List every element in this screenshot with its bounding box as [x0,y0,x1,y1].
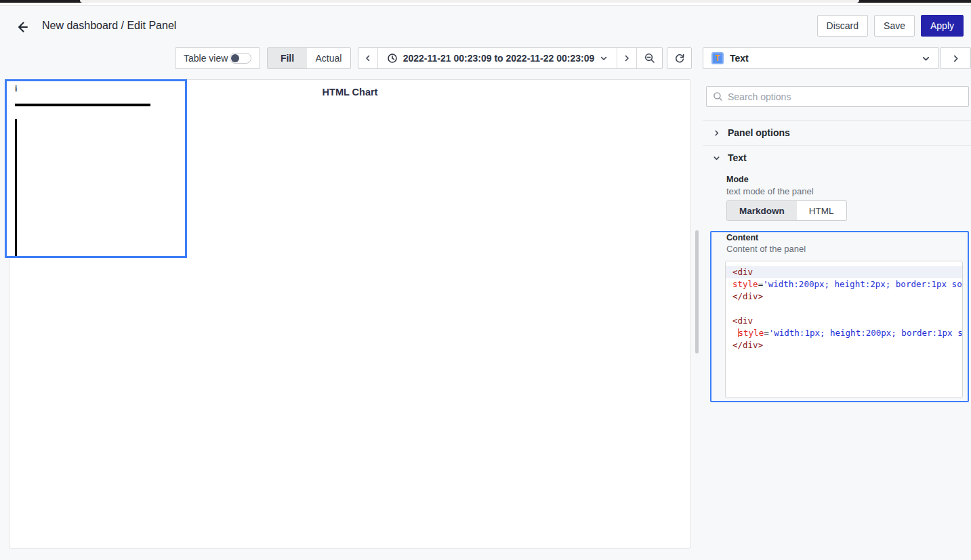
content-code-editor[interactable]: <divstyle='width:200px; height:2px; bord… [725,261,963,398]
content-description: Content of the panel [726,244,806,254]
zoom-out-icon [644,53,655,64]
discard-button[interactable]: Discard [817,15,868,37]
save-button[interactable]: Save [874,15,915,37]
visualization-picker[interactable]: T Text [703,47,939,69]
mode-description: text mode of the panel [726,186,814,196]
chevron-right-icon [713,129,720,137]
mode-html-option[interactable]: HTML [797,201,846,220]
angle-right-icon [951,54,960,63]
time-shift-back-button[interactable] [358,48,378,68]
edit-panel-header: New dashboard / Edit Panel Discard Save … [0,7,971,45]
time-shift-forward-button[interactable] [617,48,637,68]
table-view-label: Table view [184,53,228,64]
clock-icon [387,53,398,64]
fill-option[interactable]: Fill [268,48,307,68]
actual-option[interactable]: Actual [307,48,350,68]
time-zoom-out-button[interactable] [637,48,662,68]
content-label: Content [726,233,758,242]
time-range-text: 2022-11-21 00:23:09 to 2022-11-22 00:23:… [403,53,595,64]
text-panel-icon: T [711,52,724,64]
rendered-horizontal-line [15,104,150,106]
refresh-button[interactable] [667,47,692,69]
toggle-knob [231,54,239,62]
options-search [706,86,969,107]
chevron-down-icon [600,54,608,62]
table-view-toggle[interactable] [230,53,251,64]
text-mode-group: Markdown HTML [726,200,847,221]
mode-markdown-option[interactable]: Markdown [727,201,797,220]
vertical-scrollbar-thumb[interactable] [695,230,699,353]
arrow-left-icon [14,20,29,35]
mode-label: Mode [726,175,749,184]
refresh-icon [674,53,685,64]
visualization-name: Text [730,53,922,64]
display-mode-group: Fill Actual [267,47,351,69]
selected-text-panel[interactable]: i [5,79,187,258]
collapse-options-pane-button[interactable] [940,47,971,69]
time-range-picker[interactable]: 2022-11-21 00:23:09 to 2022-11-22 00:23:… [378,48,617,68]
code-editor-lines: <divstyle='width:200px; height:2px; bord… [726,266,962,351]
angle-right-icon [623,54,631,62]
chevron-down-icon [713,154,720,162]
panel-options-section-header[interactable]: Panel options [703,121,971,145]
time-range-controls: 2022-11-21 00:23:09 to 2022-11-22 00:23:… [358,47,663,69]
search-icon [713,91,723,102]
angle-left-icon [364,54,372,62]
text-section-header[interactable]: Text [703,146,971,170]
page-title: New dashboard / Edit Panel [42,20,176,32]
search-input[interactable] [728,91,962,102]
rendered-vertical-line [15,119,17,256]
text-section-label: Text [728,152,747,163]
panel-options-label: Panel options [728,127,790,138]
table-view-control: Table view [175,47,260,69]
apply-button[interactable]: Apply [921,15,964,37]
panel-info-icon[interactable]: i [15,84,17,94]
browser-chrome-bottom [0,3,971,6]
back-button[interactable] [12,18,31,37]
header-actions: Discard Save Apply [817,15,964,37]
chevron-down-icon [922,54,930,63]
